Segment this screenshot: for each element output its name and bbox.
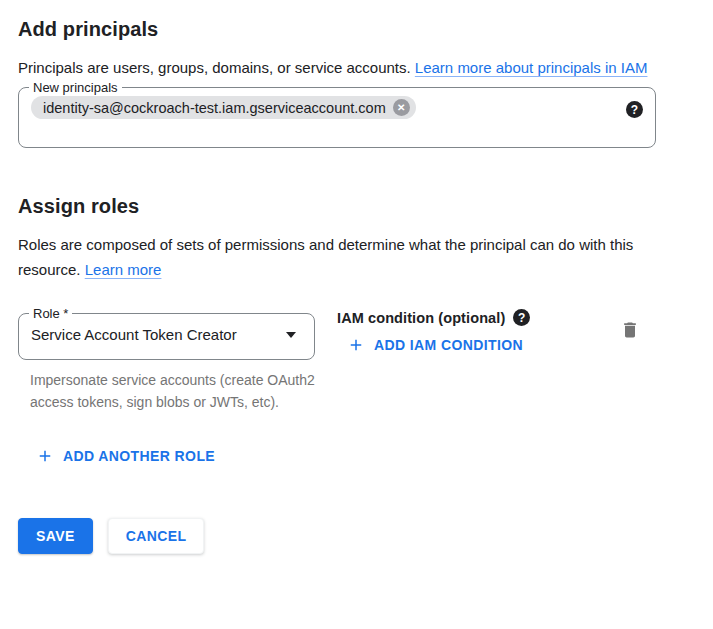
new-principals-label: New principals <box>29 80 122 95</box>
add-iam-condition-button[interactable]: ADD IAM CONDITION <box>339 330 531 360</box>
iam-condition-help-icon[interactable]: ? <box>513 309 530 326</box>
iam-condition-column: IAM condition (optional) ? ADD IAM CONDI… <box>337 306 531 360</box>
x-circle-icon[interactable]: ✕ <box>393 99 410 116</box>
principals-description: Principals are users, groups, domains, o… <box>18 55 670 80</box>
assign-roles-title: Assign roles <box>18 194 695 218</box>
principal-chip: identity-sa@cockroach-test.iam.gservicea… <box>31 96 416 119</box>
add-another-role-label: ADD ANOTHER ROLE <box>63 448 215 464</box>
page-title: Add principals <box>18 17 695 41</box>
learn-more-principals-link[interactable]: Learn more about principals in IAM <box>415 59 648 76</box>
plus-icon <box>36 447 54 465</box>
new-principals-help-icon[interactable]: ? <box>626 101 643 118</box>
cancel-button[interactable]: CANCEL <box>108 518 205 554</box>
dialog-actions: SAVE CANCEL <box>18 518 695 554</box>
role-column: Role * Service Account Token Creator Imp… <box>18 306 315 413</box>
principal-chip-text: identity-sa@cockroach-test.iam.gservicea… <box>43 100 386 116</box>
trash-icon <box>620 320 640 343</box>
role-assignment-row: Role * Service Account Token Creator Imp… <box>18 306 695 413</box>
role-select[interactable]: Role * Service Account Token Creator <box>18 306 315 360</box>
role-label: Role * <box>29 306 72 321</box>
new-principals-input-area[interactable]: identity-sa@cockroach-test.iam.gservicea… <box>31 95 643 137</box>
plus-icon <box>347 336 365 354</box>
iam-condition-label: IAM condition (optional) <box>337 310 505 326</box>
delete-role-column <box>618 306 642 345</box>
role-selected-value: Service Account Token Creator <box>31 326 237 343</box>
add-another-role-button[interactable]: ADD ANOTHER ROLE <box>28 441 223 471</box>
roles-description: Roles are composed of sets of permission… <box>18 232 670 282</box>
new-principals-field[interactable]: New principals identity-sa@cockroach-tes… <box>18 80 656 148</box>
role-helper-text: Impersonate service accounts (create OAu… <box>30 369 315 413</box>
principals-description-text: Principals are users, groups, domains, o… <box>18 59 415 76</box>
save-button[interactable]: SAVE <box>18 518 93 554</box>
add-principals-panel: Add principals Principals are users, gro… <box>0 0 713 554</box>
delete-role-button[interactable] <box>618 318 642 345</box>
caret-down-icon <box>286 332 296 338</box>
add-iam-condition-label: ADD IAM CONDITION <box>374 337 523 353</box>
learn-more-roles-link[interactable]: Learn more <box>85 261 162 278</box>
